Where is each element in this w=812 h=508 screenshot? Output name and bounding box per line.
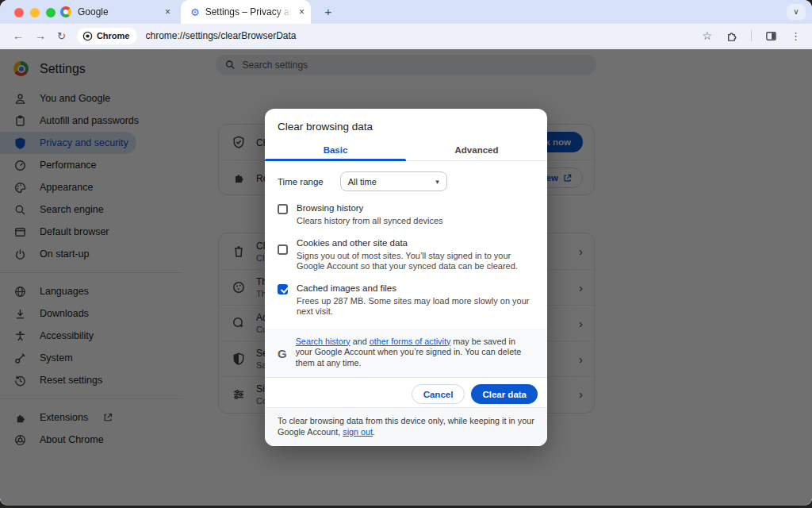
address-bar[interactable]: chrome://settings/clearBrowserData — [145, 30, 702, 41]
google-account-notice: G Search history and other forms of acti… — [265, 329, 547, 379]
extensions-icon[interactable] — [726, 30, 737, 42]
checkbox-row-browsing-history: Browsing history Clears history from all… — [278, 203, 534, 227]
reload-icon[interactable]: ↻ — [57, 30, 66, 42]
chrome-url-chip[interactable]: Chrome — [77, 28, 138, 44]
toolbar: ← → ↻ Chrome chrome://settings/clearBrow… — [0, 24, 812, 48]
google-g-icon: G — [278, 348, 287, 369]
time-range-label: Time range — [278, 177, 324, 187]
dialog-title: Clear browsing data — [265, 109, 547, 133]
tab-basic[interactable]: Basic — [265, 140, 406, 160]
checkbox-sublabel: Clears history from all synced devices — [297, 216, 443, 227]
bookmark-star-icon[interactable]: ☆ — [702, 29, 712, 42]
settings-gear-favicon: ⚙ — [190, 7, 200, 17]
tab-title: Google — [78, 6, 160, 17]
more-menu-icon[interactable]: ⋮ — [791, 30, 801, 42]
chip-label: Chrome — [97, 31, 130, 40]
tab-strip: Google × ⚙ Settings – Privacy and securi… — [0, 0, 812, 24]
tab-advanced[interactable]: Advanced — [406, 140, 547, 160]
cookies-checkbox[interactable] — [278, 244, 288, 255]
tab-title: Settings – Privacy and security — [205, 6, 294, 17]
chevron-down-icon: ▾ — [435, 178, 439, 186]
chrome-logo-icon — [82, 31, 93, 41]
tab-settings[interactable]: ⚙ Settings – Privacy and security × — [181, 0, 311, 24]
dialog-actions: Cancel Clear data — [265, 378, 547, 404]
dialog-tabs: Basic Advanced — [265, 140, 547, 161]
cached-images-checkbox[interactable] — [278, 284, 288, 294]
clear-browsing-data-dialog: Clear browsing data Basic Advanced Time … — [265, 109, 547, 446]
forward-icon[interactable]: → — [35, 29, 46, 42]
browser-window: Google × ⚙ Settings – Privacy and securi… — [0, 0, 812, 506]
tab-google[interactable]: Google × — [49, 0, 178, 24]
checkbox-sublabel: Frees up 287 MB. Some sites may load mor… — [297, 296, 534, 318]
search-history-link[interactable]: Search history — [296, 337, 350, 346]
cancel-button[interactable]: Cancel — [412, 384, 465, 404]
time-range-value: All time — [348, 177, 377, 187]
checkbox-label: Cached images and files — [297, 283, 534, 294]
checkbox-row-cookies: Cookies and other site data Signs you ou… — [278, 238, 534, 272]
side-panel-icon[interactable] — [765, 30, 777, 42]
toolbar-divider — [751, 30, 752, 41]
other-activity-link[interactable]: other forms of activity — [370, 337, 451, 346]
checkbox-sublabel: Signs you out of most sites. You’ll stay… — [297, 251, 534, 272]
dialog-footer: To clear browsing data from this device … — [265, 407, 547, 446]
back-icon[interactable]: ← — [13, 29, 24, 42]
sign-out-link[interactable]: sign out — [343, 427, 373, 437]
checkbox-label: Cookies and other site data — [297, 238, 534, 248]
checkbox-row-cached-images: Cached images and files Frees up 287 MB.… — [278, 283, 534, 318]
time-range-select[interactable]: All time ▾ — [340, 171, 447, 191]
close-tab-icon[interactable]: × — [299, 6, 304, 17]
minimize-window-button[interactable] — [30, 8, 40, 17]
close-window-button[interactable] — [14, 8, 24, 17]
clear-data-button[interactable]: Clear data — [471, 384, 538, 404]
tab-search-chevron-button[interactable]: ∨ — [787, 4, 806, 20]
browsing-history-checkbox[interactable] — [278, 204, 288, 214]
google-favicon — [60, 6, 71, 17]
checkbox-label: Browsing history — [297, 203, 443, 214]
new-tab-button[interactable]: + — [320, 4, 336, 20]
close-tab-icon[interactable]: × — [165, 6, 170, 17]
